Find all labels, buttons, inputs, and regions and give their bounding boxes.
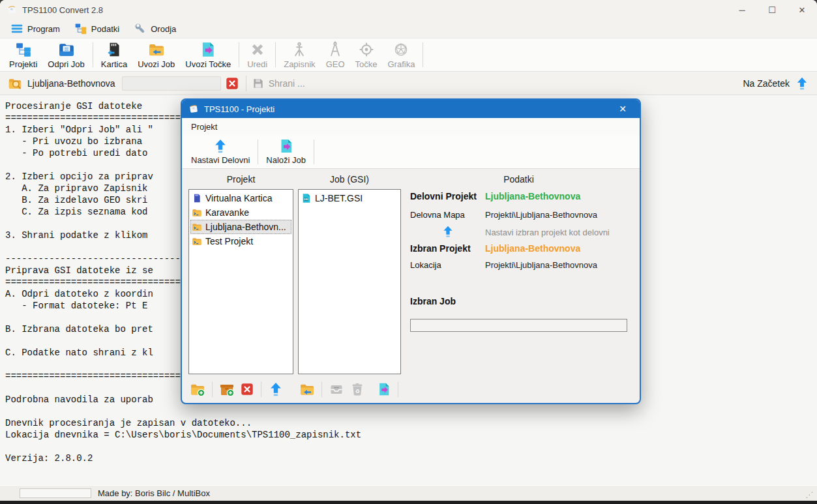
tripod-icon: [291, 41, 308, 58]
separator: [321, 381, 322, 397]
project-item-label: Test Projekt: [205, 236, 253, 246]
project-list-item[interactable]: Test Projekt: [190, 234, 291, 248]
dialog-toolbar-separator: [258, 140, 258, 164]
dialog-toolbar-separator: [314, 140, 314, 164]
active-project-name: Ljubljana-Bethovnova: [27, 78, 115, 89]
arrow-up-icon: [441, 225, 454, 238]
import-job-folder-icon: [148, 41, 165, 58]
taskbar-edge: [0, 501, 817, 504]
selected-job-label: Izbran Job: [410, 296, 485, 306]
progress-bar: [20, 488, 91, 498]
search-input[interactable]: [122, 76, 221, 91]
jobs-bottom-toolbar: [298, 379, 401, 399]
toolbar-separator: [423, 42, 423, 67]
go-home-button[interactable]: Na Začetek: [743, 76, 809, 91]
menu-bar: Program Podatki Orodja: [0, 20, 817, 38]
project-item-label: Virtualna Kartica: [205, 193, 272, 203]
archive-project-button[interactable]: [218, 381, 236, 398]
set-working-hint: Nastavi izbran projekt kot delovni: [485, 228, 610, 237]
arrow-up-icon: [795, 76, 809, 91]
dialog-close-icon[interactable]: ✕: [612, 104, 633, 114]
delete-project-button[interactable]: [239, 381, 256, 397]
toolbar-label: Zapisnik: [284, 59, 315, 69]
menu-podatki[interactable]: Podatki: [72, 20, 122, 37]
wireframe-sphere-icon: [393, 41, 409, 58]
toolbar-uvozi-job-button[interactable]: Uvozi Job: [132, 40, 180, 70]
toolbar-projekti-button[interactable]: Projekti: [4, 40, 42, 70]
project-folder-icon: [192, 236, 202, 246]
resize-grip[interactable]: ⋰: [805, 490, 814, 499]
separator: [398, 381, 398, 397]
separator: [212, 381, 213, 397]
toolbar-label: Uvozi Job: [138, 59, 175, 69]
inbox-icon: [329, 381, 344, 397]
floppy-icon: [252, 77, 265, 90]
save-label: Shrani ...: [269, 78, 305, 89]
project-list-item[interactable]: Virtualna Kartica: [190, 191, 291, 205]
box-plus-icon: [219, 381, 235, 397]
dialog-menu-projekt[interactable]: Projekt: [191, 122, 217, 132]
delete-job-button: [348, 381, 366, 398]
working-folder-label: Delovna Mapa: [410, 210, 485, 220]
import-job-button[interactable]: [298, 381, 316, 398]
toolbar-tocke-button: Točke: [350, 40, 383, 70]
location-label: Lokacija: [410, 260, 485, 270]
minimize-button[interactable]: ─: [727, 0, 757, 20]
location-value: Projekti\Ljubljana-Bethovnova: [485, 260, 597, 270]
menu-orodja[interactable]: Orodja: [131, 20, 179, 37]
new-project-button[interactable]: [188, 381, 207, 398]
set-working-arrow-button[interactable]: [267, 381, 285, 398]
toolbar-grafika-button: Grafika: [383, 40, 421, 70]
window-title: TPS1100 Convert 2.8: [22, 5, 103, 15]
hamburger-icon: [10, 22, 23, 35]
toolbar-label: Točke: [355, 59, 378, 69]
menu-program-label: Program: [27, 24, 60, 34]
working-project-label: Delovni Projekt: [410, 191, 485, 201]
projects-column-header: Projekt: [188, 174, 293, 185]
dialog-title-bar: TPS1100 - Projekti ✕: [182, 100, 640, 118]
toolbar-geo-button: GEO: [321, 40, 350, 70]
toolbar-uvozi-tocke-button[interactable]: Uvozi Točke: [180, 40, 236, 70]
toolbar-kartica-button[interactable]: Kartica: [96, 40, 132, 70]
toolbar-separator: [275, 42, 276, 67]
toolbar-label: Odpri Job: [48, 59, 84, 69]
sd-card-icon: [106, 41, 123, 58]
menu-orodja-label: Orodja: [151, 24, 176, 34]
compass-icon: [327, 41, 344, 58]
maximize-button[interactable]: ☐: [757, 0, 787, 20]
selected-project-value: Ljubljana-Bethovnova: [485, 243, 580, 254]
menu-program[interactable]: Program: [8, 20, 63, 37]
go-home-label: Na Začetek: [743, 78, 790, 89]
toolbar-odpri-job-button[interactable]: Odpri Job: [42, 40, 89, 70]
import-points-doc-icon: [200, 41, 216, 58]
project-folder-icon: [192, 222, 202, 232]
main-window: TPS1100 Convert 2.8 ─ ☐ ✕ Program Podatk…: [0, 0, 817, 504]
menu-podatki-label: Podatki: [91, 24, 119, 34]
wrench-icon: [134, 22, 147, 35]
job-list-item[interactable]: LJ-BET.GSI: [300, 191, 399, 205]
separator: [261, 381, 261, 397]
toolbar-uredi-button: Uredi: [242, 40, 273, 70]
projects-dialog: TPS1100 - Projekti ✕ Projekt Nastavi Del…: [181, 98, 641, 404]
close-button[interactable]: ✕: [787, 0, 817, 20]
credit-text: Made by: Boris Bilc / MultiBox: [98, 488, 210, 498]
title-bar: TPS1100 Convert 2.8 ─ ☐ ✕: [0, 0, 817, 20]
jobs-list: LJ-BET.GSI: [298, 189, 401, 374]
toolbar-separator: [93, 42, 93, 67]
arrow-up-icon: [268, 381, 284, 397]
load-job-button[interactable]: Naloži Job: [261, 137, 311, 166]
load-job-label: Naloži Job: [266, 155, 306, 165]
jobs-column-header: Job (GSI): [298, 174, 401, 185]
selected-job-field[interactable]: [410, 319, 627, 332]
project-list-item[interactable]: Karavanke: [190, 205, 291, 220]
open-job-folder-icon: [58, 41, 75, 58]
load-job-doc-icon: [377, 382, 391, 396]
set-working-project-button[interactable]: Nastavi Delovni: [186, 137, 255, 166]
projects-bottom-toolbar: [188, 379, 293, 399]
clear-search-button[interactable]: [224, 76, 241, 91]
project-list-item-selected[interactable]: Ljubljana-Bethovn...: [190, 220, 291, 234]
load-job-small-button[interactable]: [376, 381, 393, 397]
set-working-label: Nastavi Delovni: [191, 155, 250, 165]
dialog-toolbar: Nastavi Delovni Naloži Job: [182, 135, 640, 169]
set-working-arrow-wrap[interactable]: [410, 225, 485, 240]
